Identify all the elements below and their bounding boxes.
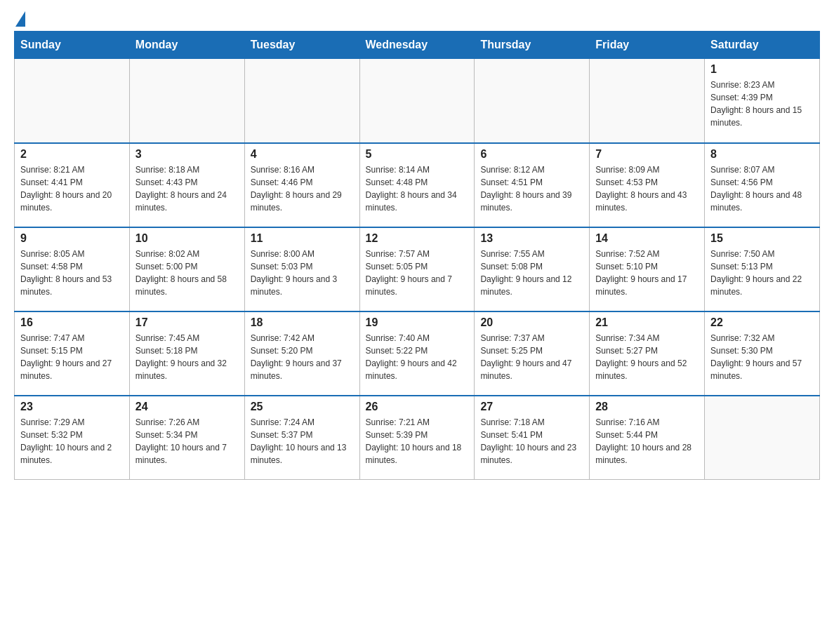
day-info: Sunrise: 7:47 AMSunset: 5:15 PMDaylight:… (20, 332, 124, 382)
day-info: Sunrise: 7:37 AMSunset: 5:25 PMDaylight:… (480, 332, 583, 382)
day-cell: 11Sunrise: 8:00 AMSunset: 5:03 PMDayligh… (244, 227, 359, 311)
day-cell: 16Sunrise: 7:47 AMSunset: 5:15 PMDayligh… (15, 311, 130, 396)
day-number: 2 (20, 148, 124, 161)
day-number: 16 (20, 316, 124, 329)
day-cell (129, 59, 244, 143)
day-number: 21 (595, 316, 699, 329)
day-info: Sunrise: 8:00 AMSunset: 5:03 PMDaylight:… (251, 248, 354, 298)
weekday-header-friday: Friday (590, 32, 705, 59)
day-number: 14 (595, 232, 699, 245)
day-number: 15 (710, 232, 814, 245)
day-info: Sunrise: 8:09 AMSunset: 4:53 PMDaylight:… (595, 163, 699, 214)
day-info: Sunrise: 8:12 AMSunset: 4:51 PMDaylight:… (480, 163, 583, 214)
day-cell: 3Sunrise: 8:18 AMSunset: 4:43 PMDaylight… (129, 143, 244, 227)
weekday-header-tuesday: Tuesday (244, 32, 359, 59)
day-number: 23 (20, 401, 124, 413)
day-cell (244, 59, 359, 143)
day-number: 27 (480, 401, 583, 413)
day-info: Sunrise: 8:02 AMSunset: 5:00 PMDaylight:… (135, 248, 239, 298)
day-cell: 17Sunrise: 7:45 AMSunset: 5:18 PMDayligh… (129, 311, 244, 396)
weekday-header-monday: Monday (129, 32, 244, 59)
day-cell: 25Sunrise: 7:24 AMSunset: 5:37 PMDayligh… (244, 396, 359, 480)
week-row-5: 23Sunrise: 7:29 AMSunset: 5:32 PMDayligh… (15, 396, 820, 480)
day-number: 11 (251, 232, 354, 245)
weekday-header-row: SundayMondayTuesdayWednesdayThursdayFrid… (15, 32, 820, 59)
day-number: 17 (135, 316, 239, 329)
day-number: 28 (595, 401, 699, 413)
day-info: Sunrise: 7:40 AMSunset: 5:22 PMDaylight:… (366, 332, 469, 382)
weekday-header-saturday: Saturday (705, 32, 820, 59)
day-number: 5 (366, 148, 469, 161)
day-cell: 12Sunrise: 7:57 AMSunset: 5:05 PMDayligh… (359, 227, 475, 311)
calendar-table: SundayMondayTuesdayWednesdayThursdayFrid… (14, 31, 820, 480)
day-cell: 8Sunrise: 8:07 AMSunset: 4:56 PMDaylight… (705, 143, 820, 227)
day-info: Sunrise: 8:14 AMSunset: 4:48 PMDaylight:… (366, 163, 469, 214)
day-number: 9 (20, 232, 124, 245)
weekday-header-thursday: Thursday (475, 32, 590, 59)
day-cell: 10Sunrise: 8:02 AMSunset: 5:00 PMDayligh… (129, 227, 244, 311)
day-cell: 9Sunrise: 8:05 AMSunset: 4:58 PMDaylight… (15, 227, 130, 311)
day-info: Sunrise: 8:07 AMSunset: 4:56 PMDaylight:… (710, 163, 814, 214)
day-number: 20 (480, 316, 583, 329)
logo (14, 14, 25, 24)
day-cell: 20Sunrise: 7:37 AMSunset: 5:25 PMDayligh… (475, 311, 590, 396)
week-row-4: 16Sunrise: 7:47 AMSunset: 5:15 PMDayligh… (15, 311, 820, 396)
day-info: Sunrise: 7:55 AMSunset: 5:08 PMDaylight:… (480, 248, 583, 298)
day-cell (590, 59, 705, 143)
day-cell (359, 59, 475, 143)
day-info: Sunrise: 7:42 AMSunset: 5:20 PMDaylight:… (251, 332, 354, 382)
weekday-header-sunday: Sunday (15, 32, 130, 59)
day-cell (475, 59, 590, 143)
day-cell: 15Sunrise: 7:50 AMSunset: 5:13 PMDayligh… (705, 227, 820, 311)
day-number: 18 (251, 316, 354, 329)
day-info: Sunrise: 7:21 AMSunset: 5:39 PMDaylight:… (366, 416, 469, 467)
week-row-3: 9Sunrise: 8:05 AMSunset: 4:58 PMDaylight… (15, 227, 820, 311)
day-cell (705, 396, 820, 480)
day-cell: 27Sunrise: 7:18 AMSunset: 5:41 PMDayligh… (475, 396, 590, 480)
day-number: 10 (135, 232, 239, 245)
day-cell: 18Sunrise: 7:42 AMSunset: 5:20 PMDayligh… (244, 311, 359, 396)
day-cell: 2Sunrise: 8:21 AMSunset: 4:41 PMDaylight… (15, 143, 130, 227)
day-info: Sunrise: 8:21 AMSunset: 4:41 PMDaylight:… (20, 163, 124, 214)
day-cell: 19Sunrise: 7:40 AMSunset: 5:22 PMDayligh… (359, 311, 475, 396)
week-row-1: 1Sunrise: 8:23 AMSunset: 4:39 PMDaylight… (15, 59, 820, 143)
day-number: 13 (480, 232, 583, 245)
day-info: Sunrise: 7:57 AMSunset: 5:05 PMDaylight:… (366, 248, 469, 298)
day-number: 8 (710, 148, 814, 161)
day-cell: 23Sunrise: 7:29 AMSunset: 5:32 PMDayligh… (15, 396, 130, 480)
day-cell: 14Sunrise: 7:52 AMSunset: 5:10 PMDayligh… (590, 227, 705, 311)
day-info: Sunrise: 8:16 AMSunset: 4:46 PMDaylight:… (251, 163, 354, 214)
day-number: 3 (135, 148, 239, 161)
day-number: 6 (480, 148, 583, 161)
day-cell (15, 59, 130, 143)
day-info: Sunrise: 7:24 AMSunset: 5:37 PMDaylight:… (251, 416, 354, 467)
day-number: 22 (710, 316, 814, 329)
day-number: 26 (366, 401, 469, 413)
day-number: 12 (366, 232, 469, 245)
day-cell: 24Sunrise: 7:26 AMSunset: 5:34 PMDayligh… (129, 396, 244, 480)
day-number: 24 (135, 401, 239, 413)
day-info: Sunrise: 7:52 AMSunset: 5:10 PMDaylight:… (595, 248, 699, 298)
day-info: Sunrise: 7:29 AMSunset: 5:32 PMDaylight:… (20, 416, 124, 467)
day-info: Sunrise: 7:26 AMSunset: 5:34 PMDaylight:… (135, 416, 239, 467)
day-cell: 26Sunrise: 7:21 AMSunset: 5:39 PMDayligh… (359, 396, 475, 480)
day-cell: 21Sunrise: 7:34 AMSunset: 5:27 PMDayligh… (590, 311, 705, 396)
day-info: Sunrise: 8:05 AMSunset: 4:58 PMDaylight:… (20, 248, 124, 298)
day-number: 1 (710, 63, 814, 76)
week-row-2: 2Sunrise: 8:21 AMSunset: 4:41 PMDaylight… (15, 143, 820, 227)
day-info: Sunrise: 7:16 AMSunset: 5:44 PMDaylight:… (595, 416, 699, 467)
day-info: Sunrise: 8:23 AMSunset: 4:39 PMDaylight:… (710, 79, 814, 129)
day-info: Sunrise: 7:50 AMSunset: 5:13 PMDaylight:… (710, 248, 814, 298)
day-info: Sunrise: 7:45 AMSunset: 5:18 PMDaylight:… (135, 332, 239, 382)
day-info: Sunrise: 7:34 AMSunset: 5:27 PMDaylight:… (595, 332, 699, 382)
day-info: Sunrise: 7:18 AMSunset: 5:41 PMDaylight:… (480, 416, 583, 467)
day-info: Sunrise: 7:32 AMSunset: 5:30 PMDaylight:… (710, 332, 814, 382)
day-cell: 7Sunrise: 8:09 AMSunset: 4:53 PMDaylight… (590, 143, 705, 227)
day-number: 7 (595, 148, 699, 161)
day-cell: 22Sunrise: 7:32 AMSunset: 5:30 PMDayligh… (705, 311, 820, 396)
weekday-header-wednesday: Wednesday (359, 32, 475, 59)
day-cell: 5Sunrise: 8:14 AMSunset: 4:48 PMDaylight… (359, 143, 475, 227)
page-header (14, 14, 820, 24)
day-cell: 13Sunrise: 7:55 AMSunset: 5:08 PMDayligh… (475, 227, 590, 311)
day-number: 19 (366, 316, 469, 329)
